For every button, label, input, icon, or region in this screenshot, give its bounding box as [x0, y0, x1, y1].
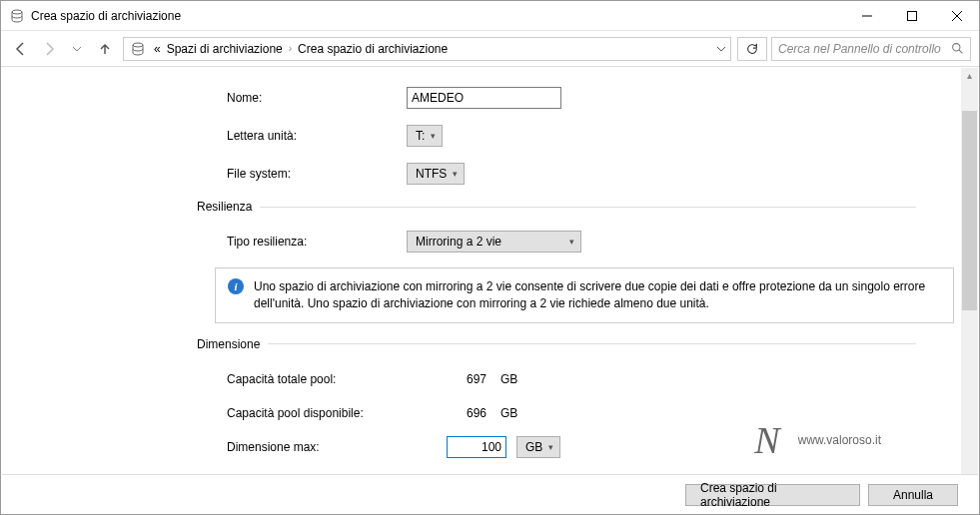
- forward-button[interactable]: [37, 37, 61, 61]
- max-size-input[interactable]: [447, 436, 506, 458]
- resiliency-type-select[interactable]: Mirroring a 2 vie▾: [407, 231, 581, 253]
- drive-letter-select[interactable]: T:▾: [407, 125, 443, 147]
- chevron-down-icon: ▾: [548, 442, 553, 452]
- navigation-bar: « Spazi di archiviazione › Crea spazio d…: [1, 31, 979, 67]
- total-capacity-unit: GB: [487, 372, 526, 386]
- name-label: Nome:: [227, 91, 407, 105]
- chevron-down-icon: ▾: [453, 169, 458, 179]
- filesystem-select[interactable]: NTFS▾: [407, 163, 465, 185]
- up-button[interactable]: [93, 37, 117, 61]
- total-capacity-value: 697: [447, 372, 487, 386]
- search-placeholder: Cerca nel Pannello di controllo: [778, 42, 941, 56]
- maximize-button[interactable]: [889, 1, 934, 31]
- close-button[interactable]: [934, 1, 979, 31]
- breadcrumb-prefix: «: [154, 42, 161, 56]
- watermark: N www.valoroso.it: [754, 418, 881, 462]
- info-icon: i: [228, 278, 244, 294]
- breadcrumb-separator: ›: [289, 43, 292, 54]
- available-capacity-label: Capacità pool disponibile:: [227, 406, 447, 420]
- breadcrumb-item-2[interactable]: Crea spazio di archiviazione: [298, 42, 448, 56]
- info-panel: i Uno spazio di archiviazione con mirror…: [215, 267, 954, 323]
- cancel-button[interactable]: Annulla: [868, 484, 958, 506]
- refresh-button[interactable]: [737, 37, 767, 61]
- drive-letter-label: Lettera unità:: [227, 129, 407, 143]
- minimize-button[interactable]: [844, 1, 889, 31]
- total-capacity-label: Capacità totale pool:: [227, 372, 447, 386]
- resiliency-type-label: Tipo resilienza:: [227, 235, 407, 249]
- scrollbar-thumb[interactable]: [962, 111, 977, 310]
- svg-point-6: [953, 44, 960, 51]
- breadcrumb-item-1[interactable]: Spazi di archiviazione: [167, 42, 283, 56]
- max-size-unit-select[interactable]: GB▾: [516, 436, 560, 458]
- svg-line-7: [959, 50, 962, 53]
- create-button[interactable]: Crea spazio di archiviazione: [685, 484, 860, 506]
- search-icon: [951, 42, 964, 55]
- chevron-down-icon: ▾: [431, 131, 436, 141]
- back-button[interactable]: [9, 37, 33, 61]
- name-input[interactable]: [407, 87, 561, 109]
- svg-rect-2: [907, 11, 916, 20]
- address-bar[interactable]: « Spazi di archiviazione › Crea spazio d…: [123, 37, 731, 61]
- chevron-down-icon: ▾: [569, 237, 574, 247]
- title-bar: Crea spazio di archiviazione: [1, 1, 979, 31]
- info-text: Uno spazio di archiviazione con mirrorin…: [254, 278, 941, 312]
- watermark-text: www.valoroso.it: [798, 433, 881, 447]
- footer-bar: Crea spazio di archiviazione Annulla: [2, 474, 978, 514]
- svg-point-5: [133, 43, 143, 47]
- search-input[interactable]: Cerca nel Pannello di controllo: [771, 37, 971, 61]
- main-content: Nome: Lettera unità: T:▾ File system: NT…: [2, 68, 961, 474]
- resiliency-section-header: Resilienza: [197, 200, 916, 214]
- svg-point-0: [12, 10, 22, 14]
- address-dropdown-icon[interactable]: [716, 44, 726, 54]
- vertical-scrollbar[interactable]: ▴: [961, 68, 978, 474]
- location-icon: [130, 41, 146, 57]
- app-icon: [9, 8, 25, 24]
- max-size-label: Dimensione max:: [227, 440, 447, 454]
- window-title: Crea spazio di archiviazione: [31, 9, 844, 23]
- available-capacity-value: 696: [447, 406, 487, 420]
- recent-dropdown[interactable]: [65, 37, 89, 61]
- watermark-logo: N: [754, 418, 779, 462]
- filesystem-label: File system:: [227, 167, 407, 181]
- available-capacity-unit: GB: [487, 406, 526, 420]
- scroll-up-icon[interactable]: ▴: [967, 70, 972, 81]
- dimension-section-header: Dimensione: [197, 337, 916, 351]
